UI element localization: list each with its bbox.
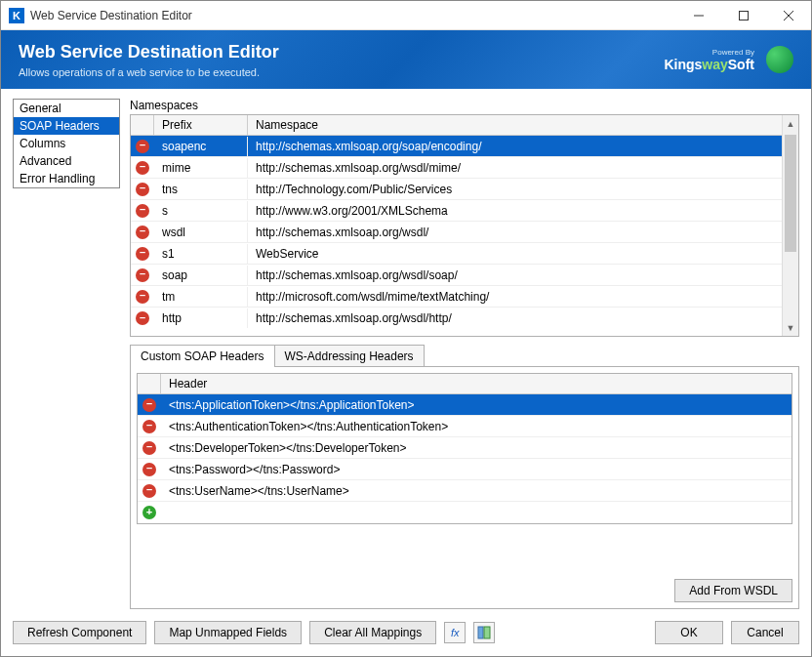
remove-row-icon[interactable] <box>136 226 149 239</box>
namespace-prefix[interactable]: s <box>154 201 248 221</box>
map-unmapped-fields-button[interactable]: Map Unmapped Fields <box>154 621 302 644</box>
headers-grid[interactable]: Header <tns:ApplicationToken></tns:Appli… <box>137 373 792 524</box>
tab-custom-soap-headers[interactable]: Custom SOAP Headers <box>130 345 275 367</box>
remove-row-icon[interactable] <box>136 311 149 325</box>
fx-button[interactable]: fx <box>444 622 466 643</box>
namespace-uri[interactable]: http://www.w3.org/2001/XMLSchema <box>248 201 782 221</box>
namespace-prefix[interactable]: http <box>154 308 248 328</box>
header-add-row[interactable] <box>138 502 792 523</box>
nav-item-error-handling[interactable]: Error Handling <box>14 170 119 187</box>
tab-ws-addressing-headers[interactable]: WS-Addressing Headers <box>274 345 425 367</box>
remove-row-icon[interactable] <box>136 161 149 175</box>
add-from-wsdl-button[interactable]: Add From WSDL <box>674 579 792 602</box>
header-cell[interactable]: <tns:DeveloperToken></tns:DeveloperToken… <box>161 438 792 458</box>
remove-row-icon[interactable] <box>142 420 156 433</box>
remove-row-icon[interactable] <box>136 247 149 261</box>
namespace-uri[interactable]: http://Technology.com/Public/Services <box>248 180 782 199</box>
grid-icon <box>477 626 491 639</box>
namespace-prefix[interactable]: mime <box>154 158 248 178</box>
nav-item-columns[interactable]: Columns <box>14 135 119 152</box>
titlebar: K Web Service Destination Editor <box>1 1 811 30</box>
namespace-prefix[interactable]: tns <box>154 180 248 199</box>
remove-row-icon[interactable] <box>142 463 156 476</box>
namespace-prefix[interactable]: tm <box>154 287 248 307</box>
brand-logo: Powered By KingswaySoft <box>664 48 754 72</box>
sidebar-nav: GeneralSOAP HeadersColumnsAdvancedError … <box>13 99 120 188</box>
svg-rect-5 <box>484 627 490 638</box>
window-title: Web Service Destination Editor <box>30 9 676 22</box>
main-content: GeneralSOAP HeadersColumnsAdvancedError … <box>1 89 811 609</box>
namespace-row[interactable]: wsdlhttp://schemas.xmlsoap.org/wsdl/ <box>131 222 782 243</box>
namespaces-label: Namespaces <box>130 99 799 112</box>
remove-row-icon[interactable] <box>142 398 156 412</box>
remove-row-icon[interactable] <box>142 484 156 498</box>
namespace-prefix[interactable]: soapenc <box>154 137 248 156</box>
namespace-uri[interactable]: http://schemas.xmlsoap.org/wsdl/http/ <box>248 308 782 328</box>
header-cell[interactable]: <tns:Password></tns:Password> <box>161 460 792 479</box>
namespaces-col-namespace[interactable]: Namespace <box>248 115 782 135</box>
namespace-row[interactable]: s1WebService <box>131 243 782 265</box>
headers-icon-header <box>138 374 161 393</box>
globe-icon <box>766 46 793 73</box>
close-button[interactable] <box>766 1 811 30</box>
namespace-row[interactable]: httphttp://schemas.xmlsoap.org/wsdl/http… <box>131 308 782 329</box>
namespace-row[interactable]: tmhttp://microsoft.com/wsdl/mime/textMat… <box>131 286 782 308</box>
app-icon: K <box>9 8 24 23</box>
remove-row-icon[interactable] <box>136 140 149 153</box>
cancel-button[interactable]: Cancel <box>731 621 799 644</box>
header-row[interactable]: <tns:AuthenticationToken></tns:Authentic… <box>138 416 792 437</box>
banner-subheading: Allows operations of a web service to be… <box>19 66 279 78</box>
namespaces-grid[interactable]: Prefix Namespace soapenchttp://schemas.x… <box>130 114 799 337</box>
namespace-uri[interactable]: http://schemas.xmlsoap.org/wsdl/soap/ <box>248 266 782 285</box>
header-row[interactable]: <tns:DeveloperToken></tns:DeveloperToken… <box>138 437 792 459</box>
window-controls <box>676 1 811 30</box>
remove-row-icon[interactable] <box>136 290 149 304</box>
custom-headers-panel: Header <tns:ApplicationToken></tns:Appli… <box>130 366 799 609</box>
nav-item-advanced[interactable]: Advanced <box>14 152 119 170</box>
namespace-uri[interactable]: http://schemas.xmlsoap.org/wsdl/mime/ <box>248 158 782 178</box>
header-row[interactable]: <tns:UserName></tns:UserName> <box>138 480 792 502</box>
columns-tool-button[interactable] <box>473 622 495 643</box>
remove-row-icon[interactable] <box>136 268 149 282</box>
namespace-uri[interactable]: WebService <box>248 244 782 264</box>
add-row-icon[interactable] <box>142 506 156 519</box>
namespace-uri[interactable]: http://microsoft.com/wsdl/mime/textMatch… <box>248 287 782 307</box>
svg-rect-1 <box>740 11 749 20</box>
namespace-uri[interactable]: http://schemas.xmlsoap.org/soap/encoding… <box>248 137 782 156</box>
scroll-up-icon[interactable]: ▲ <box>783 115 798 132</box>
scroll-down-icon[interactable]: ▼ <box>783 319 798 336</box>
nav-item-soap-headers[interactable]: SOAP Headers <box>14 117 119 135</box>
header-cell[interactable]: <tns:ApplicationToken></tns:ApplicationT… <box>161 395 792 415</box>
header-banner: Web Service Destination Editor Allows op… <box>1 30 811 89</box>
header-cell[interactable]: <tns:UserName></tns:UserName> <box>161 481 792 501</box>
namespace-row[interactable]: soaphttp://schemas.xmlsoap.org/wsdl/soap… <box>131 265 782 286</box>
header-row[interactable]: <tns:Password></tns:Password> <box>138 459 792 480</box>
namespaces-col-prefix[interactable]: Prefix <box>154 115 248 135</box>
clear-all-mappings-button[interactable]: Clear All Mappings <box>309 621 436 644</box>
remove-row-icon[interactable] <box>136 204 149 218</box>
header-cell[interactable]: <tns:AuthenticationToken></tns:Authentic… <box>161 417 792 436</box>
scrollbar-thumb[interactable] <box>785 135 796 252</box>
namespace-uri[interactable]: http://schemas.xmlsoap.org/wsdl/ <box>248 223 782 242</box>
namespace-row[interactable]: tnshttp://Technology.com/Public/Services <box>131 179 782 200</box>
headers-tabs: Custom SOAP Headers WS-Addressing Header… <box>130 345 799 609</box>
banner-heading: Web Service Destination Editor <box>19 42 279 62</box>
namespace-prefix[interactable]: soap <box>154 266 248 285</box>
nav-item-general[interactable]: General <box>14 100 119 117</box>
maximize-button[interactable] <box>721 1 766 30</box>
headers-col-header[interactable]: Header <box>161 374 792 393</box>
namespace-prefix[interactable]: s1 <box>154 244 248 264</box>
namespace-row[interactable]: mimehttp://schemas.xmlsoap.org/wsdl/mime… <box>131 157 782 179</box>
ok-button[interactable]: OK <box>655 621 723 644</box>
namespace-row[interactable]: shttp://www.w3.org/2001/XMLSchema <box>131 200 782 222</box>
namespace-row[interactable]: soapenchttp://schemas.xmlsoap.org/soap/e… <box>131 136 782 157</box>
header-row[interactable]: <tns:ApplicationToken></tns:ApplicationT… <box>138 394 792 416</box>
svg-rect-4 <box>478 627 483 638</box>
remove-row-icon[interactable] <box>136 183 149 196</box>
minimize-button[interactable] <box>676 1 721 30</box>
remove-row-icon[interactable] <box>142 441 156 455</box>
refresh-component-button[interactable]: Refresh Component <box>13 621 146 644</box>
namespace-prefix[interactable]: wsdl <box>154 223 248 242</box>
namespaces-scrollbar[interactable]: ▲ ▼ <box>782 115 798 336</box>
header-cell-empty[interactable] <box>161 510 792 515</box>
